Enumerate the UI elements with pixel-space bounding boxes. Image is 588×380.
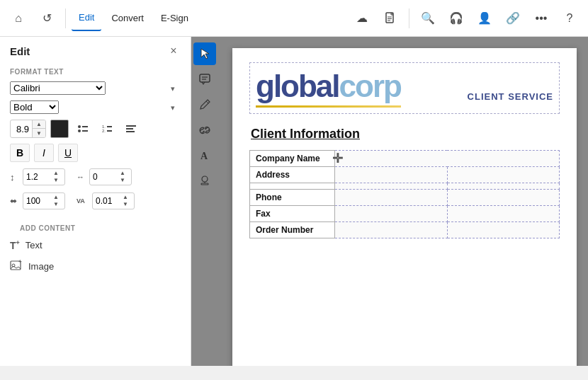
char-spacing-field[interactable]	[93, 172, 120, 182]
svg-point-23	[202, 176, 208, 182]
text-tool-button[interactable]: A	[193, 144, 216, 167]
link-button[interactable]: 🔗	[500, 6, 526, 31]
lh-down[interactable]: ▼	[53, 177, 59, 184]
right-area: A global corp	[191, 37, 588, 366]
more-button[interactable]: •••	[528, 6, 554, 31]
line-height-value[interactable]: ▲ ▼	[23, 168, 65, 185]
comment-icon	[198, 73, 211, 86]
align-left-icon	[125, 124, 137, 134]
scale-value[interactable]: ▲ ▼	[23, 192, 65, 209]
add-image-item[interactable]: + Image	[10, 255, 181, 278]
text-A-icon: A	[198, 149, 211, 162]
nav-edit-button[interactable]: Edit	[72, 6, 101, 31]
image-icon: +	[10, 260, 23, 271]
font-family-select[interactable]: Calibri Arial Times New Roman	[10, 81, 106, 95]
add-content-section: ADD CONTENT T+ Text + Image	[0, 212, 191, 281]
phone-value-1[interactable]	[335, 190, 448, 206]
italic-button[interactable]: I	[34, 144, 54, 162]
address-value-2[interactable]	[447, 167, 560, 183]
search-button[interactable]: 🔍	[415, 6, 441, 31]
left-panel: Edit × FORMAT TEXT Calibri Arial Times N…	[0, 37, 191, 366]
file-icon	[384, 12, 397, 25]
font-size-input[interactable]: 8.9	[11, 124, 32, 134]
font-size-up[interactable]: ▲	[33, 120, 45, 129]
char-spacing-value[interactable]: ▲ ▼	[89, 168, 132, 185]
user-button[interactable]: 👤	[472, 6, 497, 31]
svg-point-4	[78, 125, 81, 128]
svg-rect-9	[107, 126, 112, 127]
tracking-field[interactable]	[96, 196, 123, 206]
table-row-fax: Fax	[250, 206, 560, 222]
color-swatch[interactable]	[50, 120, 69, 138]
font-family-wrapper: Calibri Arial Times New Roman	[10, 81, 181, 95]
fax-value-2[interactable]	[447, 206, 560, 222]
format-style-row: B I U	[0, 141, 191, 166]
client-service-text: CLIENT SERVICE	[468, 91, 553, 108]
nav-convert-button[interactable]: Convert	[104, 6, 151, 31]
svg-rect-12	[126, 125, 136, 127]
order-number-label: Order Number	[250, 222, 335, 238]
align-left-button[interactable]	[121, 120, 141, 138]
svg-rect-7	[82, 130, 88, 132]
char-spacing-input: ↔ ▲ ▼	[77, 168, 132, 185]
line-height-spinner: ▲ ▼	[53, 170, 59, 183]
logo-text: global corp	[256, 69, 401, 104]
tracking-value[interactable]: ▲ ▼	[92, 192, 135, 209]
font-weight-select[interactable]: Bold Regular Italic	[10, 100, 59, 114]
char-spacing-spinner: ▲ ▼	[120, 170, 125, 183]
tracking-up[interactable]: ▲	[123, 194, 128, 201]
home-button[interactable]: ⌂	[6, 6, 31, 31]
numbered-list-icon: 1. 2.	[101, 124, 113, 134]
address-value-4[interactable]	[447, 183, 560, 190]
pen-tool-button[interactable]	[193, 93, 216, 116]
panel-header: Edit ×	[0, 37, 191, 62]
scale-field[interactable]	[26, 196, 53, 206]
help-button[interactable]: ?	[557, 6, 582, 31]
tracking-spinner: ▲ ▼	[123, 194, 128, 207]
cloud-button[interactable]: ☁	[349, 6, 375, 31]
client-info-heading: Client Information	[249, 125, 560, 143]
tracking-input: VA ▲ ▼	[77, 192, 135, 209]
svg-text:+: +	[18, 260, 22, 265]
underline-button[interactable]: U	[58, 144, 78, 162]
nav-esign-button[interactable]: E-Sign	[154, 6, 196, 31]
font-weight-row: Bold Regular Italic	[0, 98, 191, 117]
comment-tool-button[interactable]	[193, 68, 216, 91]
lh-up[interactable]: ▲	[53, 170, 59, 177]
numbered-list-button[interactable]: 1. 2.	[97, 120, 117, 138]
company-name-label: Company Name ✛	[250, 151, 335, 167]
svg-rect-5	[82, 126, 88, 127]
scale-spinner: ▲ ▼	[53, 194, 59, 207]
back-button[interactable]: ↺	[34, 6, 60, 31]
bullet-list-button[interactable]	[73, 120, 93, 138]
font-size-down[interactable]: ▼	[33, 129, 45, 138]
file-button[interactable]	[378, 6, 403, 31]
add-text-label: Text	[26, 240, 43, 251]
tracking-down[interactable]: ▼	[123, 201, 128, 208]
line-height-field[interactable]	[26, 172, 53, 182]
order-value-1[interactable]	[335, 222, 448, 238]
link-tool-button[interactable]	[193, 119, 216, 142]
order-value-2[interactable]	[447, 222, 560, 238]
stamp-tool-button[interactable]	[193, 170, 216, 192]
add-text-item[interactable]: T+ Text	[10, 235, 181, 255]
svg-rect-24	[201, 183, 208, 185]
headset-button[interactable]: 🎧	[443, 6, 469, 31]
company-name-value[interactable]	[335, 151, 560, 167]
logo-block: global corp	[256, 69, 401, 108]
select-tool-button[interactable]	[193, 42, 216, 65]
scale-up[interactable]: ▲	[53, 194, 59, 201]
fax-value-1[interactable]	[335, 206, 448, 222]
move-cursor-icon: ✛	[332, 151, 343, 166]
panel-close-button[interactable]: ×	[166, 44, 181, 58]
font-size-group[interactable]: 8.9 ▲ ▼	[10, 120, 46, 138]
address-value-1[interactable]	[335, 167, 448, 183]
bold-button[interactable]: B	[10, 144, 30, 162]
table-row-address: Address	[250, 167, 560, 183]
scale-down[interactable]: ▼	[53, 201, 59, 208]
link-icon	[198, 124, 211, 137]
cs-up[interactable]: ▲	[120, 170, 125, 177]
cs-down[interactable]: ▼	[120, 177, 125, 184]
phone-value-2[interactable]	[447, 190, 560, 206]
address-value-3[interactable]	[335, 183, 448, 190]
